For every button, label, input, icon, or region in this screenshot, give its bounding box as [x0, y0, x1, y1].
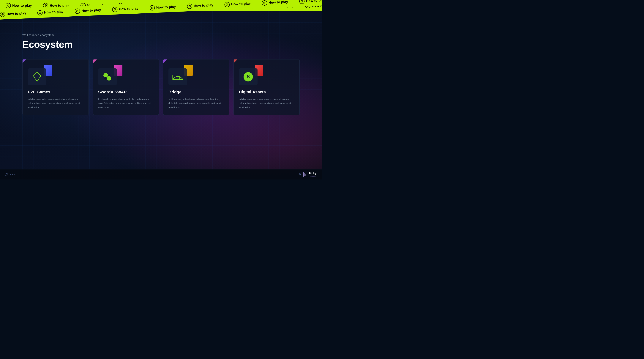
card-desc-assets: In bibendum, enim viverra vehicula condi… — [239, 98, 294, 110]
clock-icon: ⏱ — [112, 7, 118, 12]
p2e-icon — [32, 71, 43, 82]
card-desc-bridge: In bibendum, enim viverra vehicula condi… — [168, 98, 224, 110]
card-bridge[interactable]: Bridge In bibendum, enim viverra vehicul… — [163, 59, 230, 115]
cards-grid: P2E Games In bibendum, enim viverra vehi… — [22, 59, 300, 115]
card-icon-wrap — [28, 65, 52, 85]
ticker-item: ⏱ How to play — [294, 0, 322, 4]
card-icon-bg-swap — [98, 68, 117, 85]
ticker-item: ⏱ How to play — [69, 7, 107, 14]
clock-icon: ⏱ — [299, 0, 304, 4]
dot — [12, 174, 13, 175]
section-subtitle: Well-rounded ecosystem — [22, 34, 300, 36]
card-swordx-swap[interactable]: SwordX SWAP In bibendum, enim viverra ve… — [93, 59, 159, 115]
clock-icon: ⏱ — [37, 10, 43, 16]
clock-icon: ⏱ — [6, 3, 11, 8]
slash-decoration-icon: // — [5, 172, 8, 177]
ticker-item: ⏱ How to play — [219, 0, 256, 8]
logo-icon — [302, 172, 307, 177]
card-p2e-games[interactable]: P2E Games In bibendum, enim viverra vehi… — [22, 59, 89, 115]
bottom-dots — [10, 174, 14, 175]
svg-line-3 — [33, 76, 37, 82]
ticker-item: ⏱ How to play — [0, 10, 32, 17]
svg-rect-18 — [304, 173, 305, 176]
pinky-logo-icon — [302, 172, 307, 177]
card-title-swap: SwordX SWAP — [98, 90, 154, 94]
dot — [10, 174, 11, 175]
ticker-item: ⏱ How to play — [106, 6, 144, 12]
svg-line-2 — [37, 72, 41, 76]
svg-text:$: $ — [247, 74, 250, 80]
logo-area: Pinky Finance — [302, 172, 316, 177]
ticker-item: ⏱ How to play — [181, 2, 219, 9]
clock-icon: ⏱ — [150, 5, 155, 10]
bottom-left-decoration: // — [6, 172, 14, 177]
swap-icon — [102, 71, 113, 82]
ticker-item: ⏱ How to play — [144, 4, 182, 11]
clock-icon: ⏱ — [224, 2, 230, 7]
card-icon-bg-assets: $ — [239, 68, 258, 85]
card-icon-wrap: $ — [239, 65, 263, 85]
card-desc-swap: In bibendum, enim viverra vehicula condi… — [98, 98, 154, 110]
card-icon-wrap — [168, 65, 193, 85]
svg-point-8 — [107, 76, 111, 80]
svg-line-4 — [37, 76, 41, 82]
ticker-wrapper: ⏱ How to play ⏱ How to play ⏱ How to pla… — [0, 0, 322, 20]
card-title-assets: Digital Assets — [239, 90, 294, 94]
clock-icon: ⏱ — [187, 3, 192, 9]
clock-icon: ⏱ — [75, 8, 80, 14]
ticker-item: ⏱ How to play — [0, 3, 38, 8]
bridge-icon — [172, 71, 184, 82]
assets-icon: $ — [242, 71, 254, 82]
clock-icon: ⏱ — [262, 0, 267, 6]
svg-point-7 — [104, 73, 108, 78]
bottom-bar: // // Pinky Finance — [0, 169, 322, 180]
main-content: Well-rounded ecosystem Ecosystem — [22, 34, 300, 115]
bottom-right-decoration: // Pinky Finance — [299, 172, 316, 177]
clock-icon: ⏱ — [0, 12, 5, 17]
card-desc-p2e: In bibendum, enim viverra vehicula condi… — [28, 98, 83, 110]
logo-text-group: Pinky Finance — [309, 172, 316, 177]
card-title-p2e: P2E Games — [28, 90, 83, 94]
svg-line-1 — [33, 72, 37, 76]
card-title-bridge: Bridge — [168, 90, 224, 94]
card-icon-wrap — [98, 65, 122, 85]
section-title: Ecosystem — [22, 39, 300, 50]
lines-decoration-icon: // — [299, 172, 301, 177]
card-icon-bg-bridge — [168, 68, 187, 85]
card-digital-assets[interactable]: $ Digital Assets In bibendum, enim viver… — [234, 59, 300, 115]
logo-name: Pinky — [309, 172, 316, 175]
ticker-item: ⏱ How to play — [256, 0, 294, 6]
card-icon-bg-p2e — [28, 68, 46, 85]
logo-subtext: Finance — [309, 175, 316, 177]
dot — [14, 174, 14, 175]
svg-rect-17 — [303, 172, 304, 177]
ticker-item: ⏱ How to play — [32, 9, 69, 16]
svg-rect-19 — [305, 174, 306, 176]
